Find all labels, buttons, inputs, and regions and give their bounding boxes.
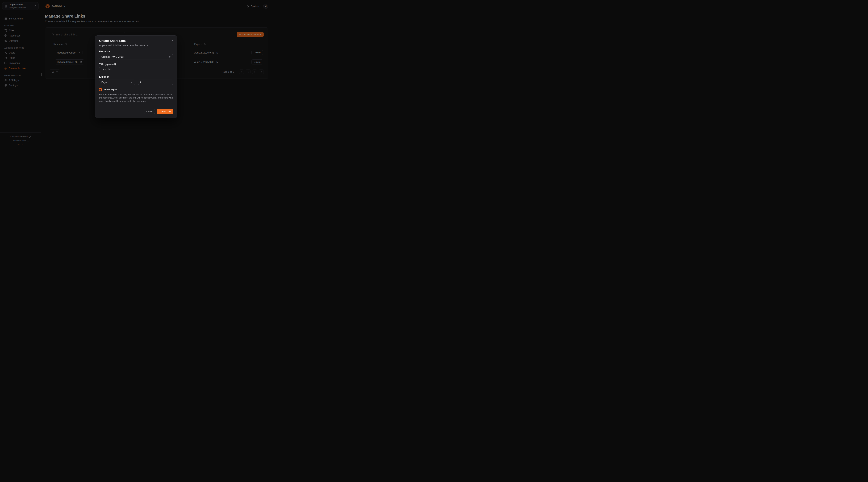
resource-select-value: Grafana (AWS VPC) [101,55,169,58]
modal-title: Create Share Link [99,39,173,43]
never-expire-label: Never expire [103,88,117,91]
title-field-label: Title (optional) [99,63,173,65]
close-icon[interactable] [170,38,174,42]
modal-subtitle: Anyone with this link can access the res… [99,44,173,47]
create-link-button[interactable]: Create Link [157,109,173,114]
create-share-link-modal: Create Share Link Anyone with this link … [95,35,177,118]
chevron-down-icon [130,81,133,83]
expire-field-label: Expire In [99,76,173,78]
never-expire-row[interactable]: Never expire [99,88,173,91]
expire-unit-select[interactable]: Days [99,80,135,85]
resource-field-label: Resource [99,50,173,53]
title-input[interactable] [101,68,171,71]
resource-select[interactable]: Grafana (AWS VPC) [99,54,173,59]
never-expire-checkbox[interactable] [99,88,102,91]
expire-value-input[interactable] [140,81,171,84]
chevrons-up-down-icon [169,56,171,58]
expiration-description: Expiration time is how long the link wil… [99,93,173,103]
expire-unit-value: Days [101,81,130,84]
close-button[interactable]: Close [144,109,155,114]
